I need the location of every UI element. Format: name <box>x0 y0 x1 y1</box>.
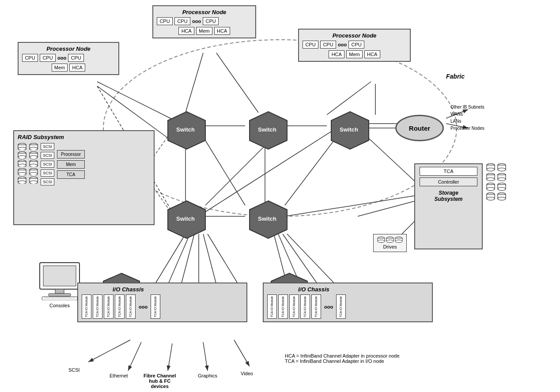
switch-top-right: Switch <box>329 109 371 153</box>
cpu-box-1: CPU <box>22 54 38 62</box>
legend: HCA = InfiniBand Channel Adapter in proc… <box>285 353 400 364</box>
switch-bottom-left: Switch <box>166 199 208 242</box>
proc-node-top-left-cpu-row: CPU CPU ooo CPU <box>22 54 115 62</box>
mem-box-1: Mem <box>52 64 68 72</box>
svg-line-24 <box>208 234 238 285</box>
io-chassis-right: I/O Chassis TCA IO Module TCA IO Module … <box>263 283 433 322</box>
mem-box-tc: Mem <box>196 27 212 35</box>
proc-node-top-right-mem-row: HCA Mem HCA <box>303 50 406 58</box>
svg-rect-116 <box>49 294 71 296</box>
disk-col-2 <box>29 143 38 185</box>
other-ib-labels: Other IB Subnets WANs LANs Processor Nod… <box>450 104 484 132</box>
cpu-box-2: CPU <box>40 54 56 62</box>
switch-top-center: Switch <box>247 109 289 153</box>
proc-node-top-right-title: Processor Node <box>303 32 406 39</box>
storage-tca: TCA <box>420 167 477 176</box>
ib-label-2: WANs <box>450 111 484 118</box>
svg-point-52 <box>18 147 26 151</box>
svg-point-61 <box>18 173 26 176</box>
svg-point-55 <box>18 156 26 159</box>
svg-line-4 <box>185 53 203 113</box>
scsi-1: SCSI <box>41 143 54 150</box>
svg-point-58 <box>18 164 26 167</box>
scsi-3: SCSI <box>41 161 54 168</box>
svg-point-88 <box>487 178 495 181</box>
disk-col-1 <box>18 143 26 185</box>
svg-marker-44 <box>250 112 287 149</box>
cpu-box-3: CPU <box>68 54 84 62</box>
proc-node-top-right-cpu-row: CPU CPU ooo CPU <box>303 41 406 49</box>
io-dots-left: ooo <box>137 294 149 319</box>
storage-disks <box>486 163 507 200</box>
graphics-label: Graphics <box>198 373 217 378</box>
router-label: Router <box>409 124 430 132</box>
processor-node-top-left: Processor Node CPU CPU ooo CPU Mem HCA <box>18 42 119 75</box>
storage-controller: Controller <box>420 177 477 186</box>
proc-node-top-center-cpu-row: CPU CPU ooo CPU <box>157 17 252 25</box>
io-mod-r-5: TCA IO Module <box>311 294 321 319</box>
io-mod-l-3: TCA IO Module <box>104 294 114 319</box>
raid-processor: Processor <box>57 150 85 158</box>
hca-box-tr-1: HCA <box>329 50 344 58</box>
io-modules-left: TCA IO Module TCA IO Module TCA IO Modul… <box>82 294 243 319</box>
svg-line-36 <box>128 342 141 371</box>
dots-1: ooo <box>57 55 66 60</box>
svg-point-100 <box>487 197 495 200</box>
proc-mem-tca: Processor Mem TCA <box>57 143 85 185</box>
raid-mem: Mem <box>57 160 85 169</box>
svg-point-103 <box>498 197 506 200</box>
svg-point-109 <box>386 240 394 243</box>
io-mod-l-2: TCA IO Module <box>93 294 102 319</box>
svg-line-35 <box>88 340 130 362</box>
io-mod-l-1: TCA IO Module <box>82 294 91 319</box>
mem-box-tr: Mem <box>346 50 362 58</box>
io-modules-right: TCA IO Module TCA IO Module TCA IO Modul… <box>267 294 428 319</box>
fabric-label: Fabric <box>446 73 465 80</box>
svg-point-85 <box>498 168 506 171</box>
io-chassis-left: I/O Chassis TCA IO Module TCA IO Module … <box>77 283 247 322</box>
cpu-box-tc-1: CPU <box>157 17 173 25</box>
raid-subsystem: RAID Subsystem SCSI SCSI <box>13 130 155 225</box>
raid-title: RAID Subsystem <box>18 134 150 140</box>
svg-point-73 <box>30 164 38 167</box>
svg-point-64 <box>18 181 26 184</box>
hca-box-tr-2: HCA <box>364 50 380 58</box>
drives-box: Drives <box>373 234 407 252</box>
svg-point-76 <box>30 173 38 176</box>
svg-point-97 <box>498 188 506 191</box>
svg-point-79 <box>30 181 38 184</box>
svg-line-5 <box>216 53 258 113</box>
cpu-box-tc-2: CPU <box>174 17 190 25</box>
svg-point-94 <box>487 188 495 191</box>
console-box: Consoles <box>35 260 84 308</box>
cpu-box-tr-2: CPU <box>320 41 336 49</box>
io-chassis-right-title: I/O Chassis <box>298 286 329 293</box>
svg-line-37 <box>168 343 172 371</box>
hca-box-tc-1: HCA <box>178 27 194 35</box>
ib-label-4: Processor Nodes <box>450 125 484 132</box>
svg-marker-43 <box>168 112 205 149</box>
proc-node-top-center-title: Processor Node <box>157 9 252 15</box>
io-chassis-left-title: I/O Chassis <box>113 286 144 293</box>
processor-node-top-center: Processor Node CPU CPU ooo CPU HCA Mem H… <box>152 5 256 38</box>
switch-top-left: Switch <box>166 109 208 153</box>
io-mod-l-6: TCA IO Module <box>151 294 160 319</box>
io-mod-l-5: TCA IO Module <box>126 294 136 319</box>
proc-node-top-left-mem-row: Mem HCA <box>22 64 115 72</box>
hca-box-tc-2: HCA <box>214 27 230 35</box>
fibre-channel-label: Fibre Channel hub & FC devices <box>144 373 176 389</box>
io-dots-right: ooo <box>322 294 335 319</box>
scsi-2: SCSI <box>41 152 54 159</box>
dots-tr: ooo <box>338 42 347 47</box>
switch-bottom-center: Switch <box>247 199 289 242</box>
proc-node-top-left-title: Processor Node <box>22 45 115 52</box>
svg-point-106 <box>378 240 385 243</box>
io-mod-r-3: TCA IO Module <box>289 294 299 319</box>
proc-node-top-center-mem-row: HCA Mem HCA <box>157 27 252 35</box>
scsi-5: SCSI <box>41 178 54 185</box>
svg-line-33 <box>285 194 424 216</box>
drives-label: Drives <box>377 244 403 249</box>
svg-line-39 <box>234 340 250 366</box>
storage-subsystem: TCA Controller Storage Subsystem <box>414 163 483 249</box>
io-mod-l-4: TCA IO Module <box>115 294 125 319</box>
